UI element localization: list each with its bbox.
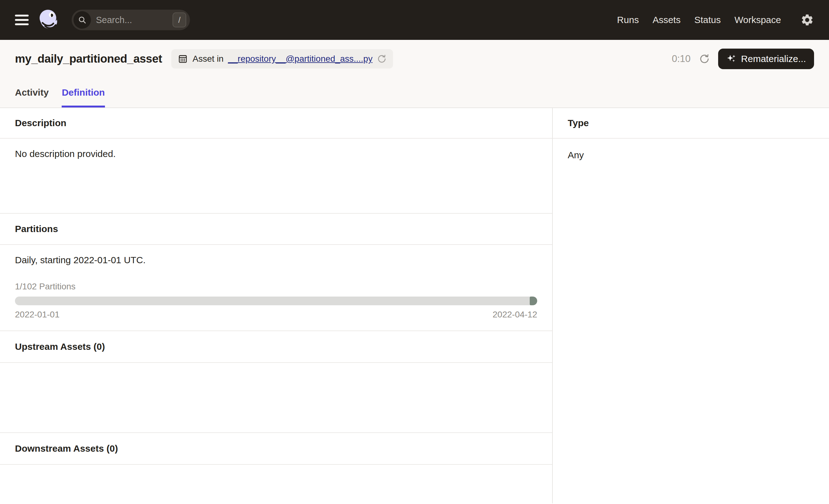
- description-section-header: Description: [0, 108, 552, 139]
- partitions-section-header: Partitions: [0, 214, 552, 245]
- slash-shortcut-badge: /: [173, 12, 186, 27]
- nav-workspace[interactable]: Workspace: [734, 15, 781, 25]
- type-section-header: Type: [553, 108, 829, 139]
- settings-gear-icon[interactable]: [800, 13, 814, 27]
- nav-runs[interactable]: Runs: [617, 15, 639, 25]
- hamburger-menu-icon[interactable]: [15, 15, 29, 25]
- dagster-logo[interactable]: [37, 8, 61, 32]
- partitions-section-body: Daily, starting 2022-01-01 UTC. 1/102 Pa…: [0, 245, 552, 331]
- partition-range-row: 2022-01-01 2022-04-12: [15, 310, 537, 320]
- asset-tabs: Activity Definition: [0, 78, 829, 107]
- sparkle-icon: [726, 53, 737, 64]
- refresh-countdown: 0:10: [672, 53, 690, 65]
- upstream-assets-title: Upstream Assets (0): [15, 341, 105, 352]
- reload-location-icon[interactable]: [377, 54, 387, 64]
- hamburger-bar: [15, 23, 29, 25]
- downstream-assets-title: Downstream Assets (0): [15, 443, 118, 454]
- downstream-assets-header: Downstream Assets (0): [0, 433, 552, 465]
- global-search[interactable]: /: [72, 10, 190, 30]
- definition-right-column: Type Any: [553, 108, 829, 503]
- description-text: No description provided.: [15, 149, 116, 159]
- partition-range-start: 2022-01-01: [15, 310, 60, 320]
- partitions-title: Partitions: [15, 224, 58, 234]
- asset-location-badge: Asset in __repository__@partitioned_ass.…: [171, 49, 393, 69]
- description-section-body: No description provided.: [0, 139, 552, 214]
- nav-assets[interactable]: Assets: [652, 15, 680, 25]
- asset-badge-prefix: Asset in: [192, 54, 224, 64]
- upstream-assets-body: [0, 363, 552, 433]
- upstream-assets-header: Upstream Assets (0): [0, 331, 552, 363]
- partition-count-label: 1/102 Partitions: [15, 282, 537, 292]
- partition-health-bar[interactable]: [15, 296, 537, 305]
- type-title: Type: [568, 118, 589, 128]
- dagster-octopus-icon: [37, 8, 61, 32]
- nav-status[interactable]: Status: [694, 15, 721, 25]
- tab-activity[interactable]: Activity: [15, 78, 48, 107]
- primary-nav: Runs Assets Status Workspace: [617, 13, 814, 27]
- definition-panel: Description No description provided. Par…: [0, 108, 829, 503]
- asset-page-header: my_daily_partitioned_asset Asset in __re…: [0, 40, 829, 108]
- partition-schedule-text: Daily, starting 2022-01-01 UTC.: [15, 255, 537, 265]
- page-title: my_daily_partitioned_asset: [15, 52, 162, 65]
- hamburger-bar: [15, 15, 29, 16]
- description-title: Description: [15, 118, 66, 128]
- repository-icon: [178, 53, 188, 64]
- type-value: Any: [568, 150, 584, 160]
- refresh-icon[interactable]: [699, 53, 710, 65]
- partition-health-fill: [530, 296, 537, 305]
- type-section-body: Any: [553, 139, 829, 170]
- downstream-assets-body: [0, 465, 552, 503]
- definition-left-column: Description No description provided. Par…: [0, 108, 553, 503]
- rematerialize-button[interactable]: Rematerialize...: [718, 48, 814, 69]
- hamburger-bar: [15, 19, 29, 21]
- rematerialize-label: Rematerialize...: [741, 53, 806, 64]
- partition-range-end: 2022-04-12: [493, 310, 537, 320]
- tab-definition[interactable]: Definition: [62, 78, 105, 107]
- search-icon: [73, 11, 91, 29]
- code-location-link[interactable]: __repository__@partitioned_ass....py: [228, 54, 372, 64]
- search-input[interactable]: [96, 15, 173, 25]
- top-nav-bar: / Runs Assets Status Workspace: [0, 0, 829, 40]
